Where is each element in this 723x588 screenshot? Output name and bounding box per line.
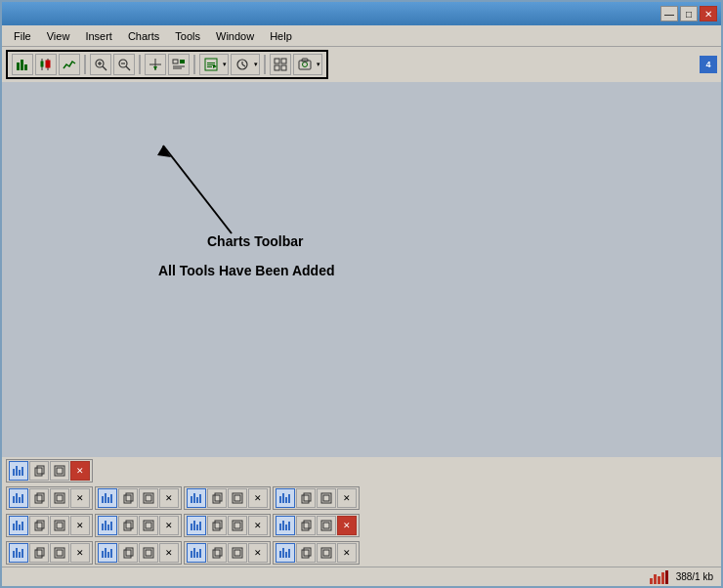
svg-rect-41 — [21, 467, 23, 476]
panel-btn-copy-4-3[interactable] — [207, 543, 227, 563]
svg-rect-48 — [19, 497, 21, 503]
panel-btn-restore-2-4[interactable] — [317, 488, 336, 508]
candle-button[interactable] — [35, 54, 57, 75]
panel-btn-chart-3-4[interactable] — [276, 516, 295, 535]
panel-btn-restore-2-1[interactable] — [50, 488, 69, 508]
restore-icon-3-2 — [143, 520, 154, 531]
panel-btn-chart-4-4[interactable] — [276, 543, 295, 563]
svg-rect-81 — [21, 522, 23, 530]
menu-charts[interactable]: Charts — [120, 28, 167, 44]
panel-btn-copy-4-4[interactable] — [296, 543, 316, 563]
panel-btn-copy-4-2[interactable] — [118, 543, 138, 563]
status-bar-1 — [650, 578, 653, 584]
panel-btn-restore-3-1[interactable] — [50, 516, 69, 535]
period-button[interactable] — [168, 54, 190, 75]
charts-toolbar: ▾ ▾ — [6, 50, 328, 79]
panel-btn-restore-4-2[interactable] — [139, 543, 158, 563]
menu-insert[interactable]: Insert — [77, 28, 120, 44]
snapshot-button[interactable] — [293, 54, 315, 75]
panel-btn-restore-3-3[interactable] — [228, 516, 247, 535]
panel-btn-chart-4-2[interactable] — [98, 543, 117, 563]
panel-btn-copy-1[interactable] — [29, 461, 49, 481]
svg-rect-110 — [13, 551, 15, 558]
line-chart-button[interactable] — [59, 54, 80, 75]
panel-btn-restore-3-4[interactable] — [317, 516, 336, 535]
svg-rect-87 — [105, 521, 106, 530]
panel-btn-copy-3-3[interactable] — [207, 516, 227, 535]
clock-arrow-button[interactable]: ▾ — [252, 54, 260, 75]
svg-rect-32 — [281, 65, 286, 70]
svg-rect-0 — [17, 63, 20, 70]
status-info: 388/1 kb — [676, 571, 713, 582]
copy-icon-2-4 — [300, 492, 312, 504]
panel-btn-close-2-3[interactable]: ✕ — [248, 488, 268, 508]
grid-button[interactable] — [270, 54, 291, 75]
panel-btn-chart-2-3[interactable] — [187, 488, 206, 508]
candle-icon — [39, 58, 53, 71]
menu-view[interactable]: View — [39, 28, 78, 44]
panel-btn-chart-3-2[interactable] — [98, 516, 117, 535]
copy-icon-3-2 — [122, 520, 134, 531]
svg-line-10 — [103, 66, 106, 70]
panel-btn-close-3-2[interactable]: ✕ — [159, 516, 179, 535]
menu-help[interactable]: Help — [262, 28, 300, 44]
panel-btn-close-3-4-red[interactable]: ✕ — [337, 516, 357, 535]
zoom-out-button[interactable] — [113, 54, 135, 75]
panel-btn-chart-3-3[interactable] — [187, 516, 206, 535]
svg-rect-128 — [196, 552, 198, 558]
template-button[interactable] — [199, 54, 221, 75]
panel-btn-restore-4-1[interactable] — [50, 543, 69, 563]
menu-file[interactable]: File — [6, 28, 39, 44]
panel-btn-close-2-2[interactable]: ✕ — [159, 488, 179, 508]
panel-btn-chart-2-2[interactable] — [98, 488, 117, 508]
panel-btn-close-4-1[interactable]: ✕ — [70, 543, 90, 563]
crosshair-button[interactable] — [145, 54, 166, 75]
svg-rect-61 — [146, 495, 151, 501]
clock-button-group: ▾ — [231, 54, 260, 75]
separator-3 — [193, 55, 195, 74]
snapshot-arrow-button[interactable]: ▾ — [315, 54, 322, 75]
panel-btn-close-2-4[interactable]: ✕ — [337, 488, 357, 508]
template-arrow-button[interactable]: ▾ — [221, 54, 229, 75]
panel-btn-chart-2-1[interactable] — [9, 488, 28, 508]
minimize-button[interactable]: — — [660, 6, 678, 21]
zoom-in-button[interactable] — [90, 54, 111, 75]
panel-btn-chart-1[interactable] — [9, 461, 28, 481]
panel-btn-copy-3-2[interactable] — [118, 516, 138, 535]
panel-btn-restore-3-2[interactable] — [139, 516, 158, 535]
panel-btn-copy-2-3[interactable] — [207, 488, 227, 508]
panel-group-2-3: ✕ — [184, 486, 271, 510]
panel-group-4-1: ✕ — [6, 541, 93, 565]
close-button[interactable]: ✕ — [700, 6, 717, 21]
panel-btn-restore-4-3[interactable] — [228, 543, 247, 563]
panel-btn-close-3-3[interactable]: ✕ — [248, 516, 268, 535]
panel-btn-close-2-1[interactable]: ✕ — [70, 488, 90, 508]
panel-btn-close-4-2[interactable]: ✕ — [159, 543, 179, 563]
panel-btn-restore-1[interactable] — [50, 461, 69, 481]
panel-btn-copy-3-4[interactable] — [296, 516, 316, 535]
panel-btn-restore-2-2[interactable] — [139, 488, 158, 508]
panel-btn-close-4-4[interactable]: ✕ — [337, 543, 357, 563]
panel-btn-copy-3-1[interactable] — [29, 516, 49, 535]
panel-btn-copy-2-4[interactable] — [296, 488, 316, 508]
panel-btn-chart-2-4[interactable] — [276, 488, 295, 508]
menu-tools[interactable]: Tools — [167, 28, 208, 44]
panel-btn-restore-2-3[interactable] — [228, 488, 247, 508]
svg-marker-37 — [157, 146, 171, 157]
panel-btn-close-3-1[interactable]: ✕ — [70, 516, 90, 535]
panel-btn-chart-4-3[interactable] — [187, 543, 206, 563]
panel-btn-chart-3-1[interactable] — [9, 516, 28, 535]
maximize-button[interactable]: □ — [680, 6, 698, 21]
panel-btn-copy-2-1[interactable] — [29, 488, 49, 508]
panel-btn-chart-4-1[interactable] — [9, 543, 28, 563]
bar-chart-button[interactable] — [12, 54, 33, 75]
panel-btn-copy-4-1[interactable] — [29, 543, 49, 563]
svg-rect-62 — [191, 496, 192, 503]
panel-btn-copy-2-2[interactable] — [118, 488, 138, 508]
panel-btn-restore-4-4[interactable] — [317, 543, 336, 563]
panel-btn-close-1[interactable]: ✕ — [70, 461, 90, 481]
svg-rect-104 — [285, 525, 287, 530]
clock-button[interactable] — [231, 54, 252, 75]
menu-window[interactable]: Window — [208, 28, 262, 44]
panel-btn-close-4-3[interactable]: ✕ — [248, 543, 268, 563]
